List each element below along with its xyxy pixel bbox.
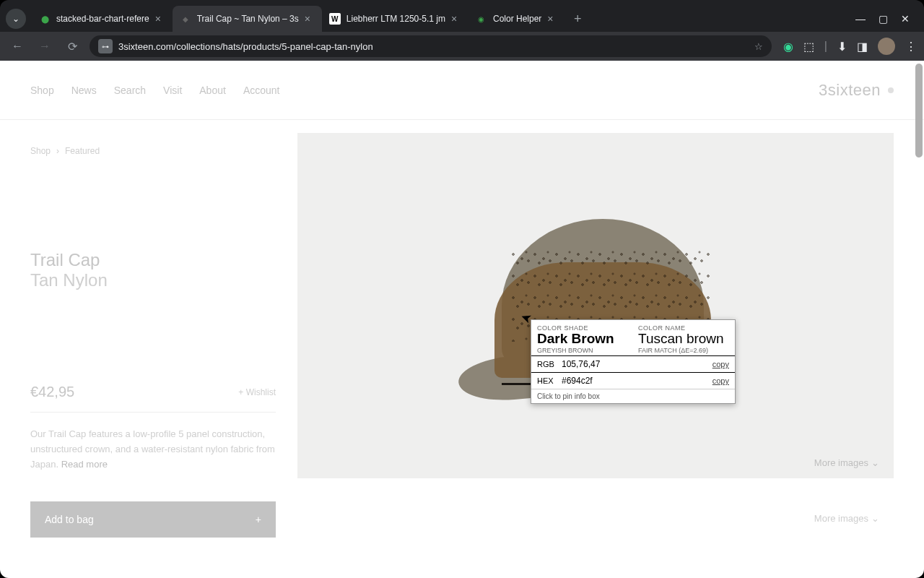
bookmark-star-icon[interactable]: ☆: [754, 41, 763, 52]
title-line1: Trail Cap: [30, 250, 276, 270]
favicon-extension-icon: ◉: [476, 13, 487, 25]
address-bar[interactable]: ⊶ 3sixteen.com/collections/hats/products…: [90, 35, 772, 57]
site-info-icon[interactable]: ⊶: [98, 39, 113, 53]
favicon-wikipedia-icon: W: [329, 13, 341, 25]
more-images-button-2[interactable]: More images ⌄: [814, 513, 879, 524]
close-icon[interactable]: ×: [547, 14, 557, 24]
shade-sub: GREYISH BROWN: [537, 347, 628, 354]
more-images-label: More images: [814, 513, 868, 524]
url-text: 3sixteen.com/collections/hats/products/5…: [118, 41, 749, 52]
nav-shop[interactable]: Shop: [30, 85, 54, 96]
back-button[interactable]: ←: [7, 36, 27, 56]
close-icon[interactable]: ×: [305, 14, 315, 24]
pin-hint: Click to pin info box: [531, 389, 735, 403]
extension-colorhelper-icon[interactable]: ◉: [783, 40, 793, 53]
nav-news[interactable]: News: [71, 85, 97, 96]
close-window-icon[interactable]: ✕: [901, 13, 910, 25]
menu-dots-icon[interactable]: ⋮: [905, 40, 917, 53]
main-nav: Shop News Search Visit About Account: [30, 85, 279, 96]
price: €42,95: [30, 384, 74, 400]
tab-search-button[interactable]: ⌄: [6, 9, 26, 29]
name-value: Tuscan brown: [638, 332, 729, 347]
brand-logo[interactable]: 3sixteen: [819, 81, 894, 100]
browser-window: ⌄ ⬤ stacked-bar-chart-refere × ◆ Trail C…: [0, 0, 924, 578]
product-description: Our Trail Cap features a low-profile 5 p…: [30, 427, 276, 472]
shade-value: Dark Brown: [537, 332, 628, 347]
copy-hex-button[interactable]: copy: [712, 376, 729, 385]
profile-avatar[interactable]: [878, 38, 895, 55]
hex-value: #694c2f: [562, 376, 712, 386]
product-image[interactable]: ➤ COLOR SHADE Dark Brown GREYISH BROWN C…: [297, 133, 894, 478]
more-images-label: More images: [814, 457, 868, 468]
close-icon[interactable]: ×: [451, 14, 461, 24]
wishlist-button[interactable]: + Wishlist: [238, 387, 276, 397]
extensions-icon[interactable]: ⬚: [803, 40, 814, 53]
logo-text: 3sixteen: [819, 81, 881, 100]
scrollbar-thumb[interactable]: [915, 64, 923, 158]
chevron-right-icon: ›: [56, 146, 59, 156]
site-header: Shop News Search Visit About Account 3si…: [0, 61, 924, 120]
chevron-down-icon: ⌄: [871, 513, 879, 524]
copy-rgb-button[interactable]: copy: [712, 360, 729, 368]
nav-about[interactable]: About: [199, 85, 226, 96]
product-info-panel: Shop › Featured Trail Cap Tan Nylon €42,…: [30, 120, 276, 578]
rgb-label: RGB: [537, 360, 562, 368]
forward-button[interactable]: →: [35, 36, 55, 56]
hex-label: HEX: [537, 376, 562, 385]
read-more-link[interactable]: Read more: [61, 459, 108, 470]
page-viewport: Shop News Search Visit About Account 3si…: [0, 61, 924, 578]
favicon-site-icon: ◆: [180, 13, 191, 25]
nav-visit[interactable]: Visit: [163, 85, 182, 96]
downloads-icon[interactable]: ⬇: [837, 40, 847, 53]
name-sub: FAIR MATCH (ΔE=2.69): [638, 347, 729, 354]
color-helper-popup[interactable]: COLOR SHADE Dark Brown GREYISH BROWN COL…: [531, 319, 736, 404]
rgb-value: 105,76,47: [562, 359, 712, 369]
browser-tab-0[interactable]: ⬤ stacked-bar-chart-refere ×: [32, 6, 173, 32]
chevron-down-icon: ⌄: [871, 457, 879, 468]
title-line2: Tan Nylon: [30, 270, 276, 290]
minimize-icon[interactable]: —: [855, 13, 866, 25]
sidepanel-icon[interactable]: ◨: [857, 40, 868, 53]
browser-toolbar: ← → ⟳ ⊶ 3sixteen.com/collections/hats/pr…: [0, 32, 924, 61]
tab-title: Liebherr LTM 1250-5.1 jm: [346, 14, 445, 24]
browser-tab-2[interactable]: W Liebherr LTM 1250-5.1 jm ×: [322, 6, 468, 32]
reload-button[interactable]: ⟳: [62, 36, 82, 56]
product-title: Trail Cap Tan Nylon: [30, 250, 276, 290]
browser-tab-1[interactable]: ◆ Trail Cap ~ Tan Nylon – 3s ×: [173, 6, 322, 32]
tab-title: Color Helper: [493, 14, 541, 24]
breadcrumb-shop[interactable]: Shop: [30, 146, 51, 156]
nav-account[interactable]: Account: [243, 85, 280, 96]
tab-title: Trail Cap ~ Tan Nylon – 3s: [197, 14, 299, 24]
favicon-leaf-icon: ⬤: [39, 13, 51, 25]
more-images-button[interactable]: More images ⌄: [814, 457, 879, 468]
breadcrumb-featured[interactable]: Featured: [65, 146, 100, 156]
breadcrumb: Shop › Featured: [30, 146, 276, 156]
maximize-icon[interactable]: ▢: [879, 13, 888, 25]
add-to-bag-button[interactable]: Add to bag +: [30, 501, 276, 538]
new-tab-button[interactable]: +: [567, 9, 588, 29]
tab-bar: ⌄ ⬤ stacked-bar-chart-refere × ◆ Trail C…: [0, 0, 924, 32]
add-to-bag-label: Add to bag: [45, 514, 94, 525]
product-gallery: ➤ COLOR SHADE Dark Brown GREYISH BROWN C…: [297, 120, 894, 578]
plus-icon: +: [256, 514, 261, 525]
close-icon[interactable]: ×: [155, 14, 165, 24]
nav-search[interactable]: Search: [114, 85, 146, 96]
tab-title: stacked-bar-chart-refere: [56, 14, 149, 24]
browser-tab-3[interactable]: ◉ Color Helper ×: [468, 6, 565, 32]
cart-indicator-icon[interactable]: [888, 87, 894, 93]
